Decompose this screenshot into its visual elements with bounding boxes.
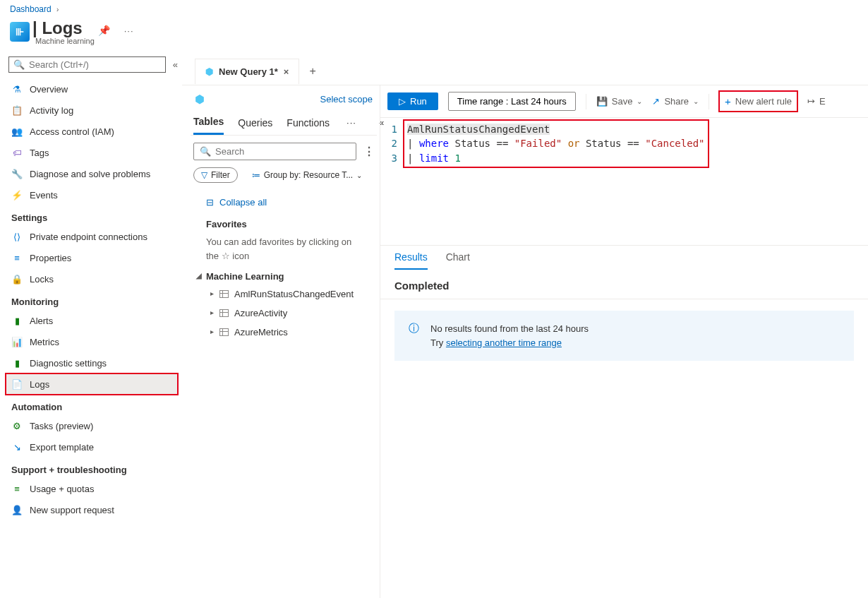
- list-icon: 📋: [11, 104, 23, 116]
- export-icon: ↘: [11, 441, 23, 453]
- chevron-down-icon: ⌄: [637, 97, 642, 105]
- wrench-icon: 🔧: [11, 168, 23, 179]
- usage-icon: ≡: [11, 483, 23, 494]
- tab-tables[interactable]: Tables: [193, 116, 224, 135]
- run-button[interactable]: ▷Run: [387, 92, 438, 110]
- nav-events[interactable]: ⚡Events: [6, 184, 178, 205]
- code-token: AmlRunStatusChangedEvent: [407, 124, 550, 135]
- collapse-sidebar-icon[interactable]: «: [173, 59, 178, 70]
- export-button[interactable]: ↦E: [807, 96, 826, 107]
- save-icon: 💾: [596, 96, 608, 107]
- query-tabs: ⬢ New Query 1* × +: [182, 58, 868, 85]
- favorites-text: You can add favorites by clicking on the…: [193, 232, 374, 265]
- breadcrumb: Dashboard ›: [0, 0, 868, 16]
- list-icon: ≔: [252, 170, 260, 180]
- group-machine-learning[interactable]: ◢Machine Learning: [193, 265, 374, 285]
- nav-overview[interactable]: ⚗Overview: [6, 78, 178, 100]
- favorites-heading: Favorites: [193, 212, 374, 232]
- table-item-aml[interactable]: ▸AmlRunStatusChangedEvent: [193, 285, 374, 304]
- filter-icon: ▽: [201, 170, 207, 180]
- table-item-azureactivity[interactable]: ▸AzureActivity: [193, 304, 374, 323]
- bolt-icon: ⚡: [11, 189, 23, 201]
- nav-usage[interactable]: ≡Usage + quotas: [6, 478, 178, 499]
- share-button[interactable]: ↗Share⌄: [652, 96, 699, 107]
- code-editor[interactable]: 123 AmlRunStatusChangedEvent | where Sta…: [380, 118, 868, 245]
- nav-tasks[interactable]: ⚙Tasks (preview): [6, 415, 178, 436]
- select-time-range-link[interactable]: selecting another time range: [446, 337, 562, 348]
- nav-alerts[interactable]: ▮Alerts: [6, 310, 178, 331]
- plus-icon: +: [725, 95, 731, 107]
- caret-icon: ◢: [196, 272, 202, 280]
- chevron-right-icon: ▸: [210, 328, 214, 335]
- query-tab-1[interactable]: ⬢ New Query 1* ×: [195, 59, 299, 84]
- sidebar-search[interactable]: 🔍: [8, 56, 166, 73]
- tag-icon: 🏷: [11, 147, 23, 158]
- table-icon: [219, 309, 229, 317]
- alerts-icon: ▮: [11, 315, 23, 326]
- tables-search[interactable]: 🔍: [193, 143, 356, 160]
- close-tab-icon[interactable]: ×: [284, 66, 289, 77]
- time-range-button[interactable]: Time range : Last 24 hours: [448, 92, 576, 111]
- completed-label: Completed: [380, 270, 868, 299]
- play-icon: ▷: [399, 96, 406, 107]
- add-tab-button[interactable]: +: [299, 58, 325, 85]
- cube-icon-scope: ⬢: [195, 92, 205, 106]
- flask-icon: ⚗: [11, 83, 23, 95]
- table-item-azuremetrics[interactable]: ▸AzureMetrics: [193, 323, 374, 342]
- page-subtitle: Machine learning: [35, 37, 134, 45]
- nav-export[interactable]: ↘Export template: [6, 436, 178, 458]
- vertical-more-icon[interactable]: ⋮: [363, 145, 374, 158]
- gutter: 123: [380, 122, 403, 241]
- section-settings: Settings: [6, 205, 178, 226]
- chevron-down-icon: ⌄: [356, 172, 362, 179]
- people-icon: 👥: [11, 126, 23, 137]
- tabs-more-icon[interactable]: ···: [344, 117, 359, 133]
- divider: [709, 94, 709, 109]
- nav-tags[interactable]: 🏷Tags: [6, 142, 178, 163]
- no-results-banner: ⓘ No results found from the last 24 hour…: [394, 311, 854, 361]
- nav-new-support[interactable]: 👤New support request: [6, 499, 178, 520]
- select-scope-link[interactable]: Select scope: [320, 94, 373, 104]
- sidebar-search-input[interactable]: [29, 59, 161, 70]
- table-icon: [219, 290, 229, 298]
- cube-icon: ⬢: [205, 66, 213, 77]
- query-toolbar: ▷Run Time range : Last 24 hours 💾Save⌄ ↗…: [380, 85, 868, 118]
- more-icon[interactable]: ···: [124, 25, 134, 36]
- search-icon: 🔍: [13, 59, 25, 70]
- nav-iam[interactable]: 👥Access control (IAM): [6, 121, 178, 142]
- page-title: | Logs: [32, 18, 83, 38]
- nav-logs[interactable]: 📄Logs: [6, 373, 178, 395]
- new-alert-rule-button[interactable]: +New alert rule: [719, 91, 797, 112]
- tab-functions[interactable]: Functions: [287, 117, 330, 134]
- nav-activity-log[interactable]: 📋Activity log: [6, 100, 178, 121]
- results-tab-chart[interactable]: Chart: [446, 251, 470, 270]
- results-tab-results[interactable]: Results: [394, 251, 428, 270]
- group-by-dropdown[interactable]: ≔Group by: Resource T...⌄: [245, 168, 370, 182]
- tables-search-input[interactable]: [215, 146, 350, 157]
- chevron-right-icon: ▸: [210, 289, 214, 297]
- tables-panel: ⬢ Select scope Tables Queries Functions …: [182, 85, 380, 598]
- nav-locks[interactable]: 🔒Locks: [6, 268, 178, 289]
- query-panel: ▷Run Time range : Last 24 hours 💾Save⌄ ↗…: [380, 85, 868, 598]
- section-monitoring: Monitoring: [6, 289, 178, 310]
- pin-icon[interactable]: 📌: [98, 25, 110, 36]
- nav-metrics[interactable]: 📊Metrics: [6, 331, 178, 352]
- support-icon: 👤: [11, 504, 23, 515]
- nav-diagnose[interactable]: 🔧Diagnose and solve problems: [6, 163, 178, 184]
- save-button[interactable]: 💾Save⌄: [596, 96, 643, 107]
- filter-pill[interactable]: ▽Filter: [193, 167, 238, 183]
- chevron-down-icon: ⌄: [693, 97, 699, 105]
- export-icon: ↦: [807, 96, 815, 107]
- collapse-all-link[interactable]: ⊟Collapse all: [193, 193, 374, 212]
- nav-diag-settings[interactable]: ▮Diagnostic settings: [6, 352, 178, 373]
- nav-properties[interactable]: ≡Properties: [6, 247, 178, 268]
- resource-icon: ⊪: [10, 22, 30, 42]
- page-header: ⊪ | Logs 📌 ··· Machine learning: [0, 16, 868, 55]
- breadcrumb-dashboard[interactable]: Dashboard: [10, 4, 52, 14]
- tab-queries[interactable]: Queries: [238, 117, 272, 134]
- table-icon: [219, 328, 229, 336]
- section-automation: Automation: [6, 395, 178, 415]
- divider: [586, 94, 586, 109]
- nav-pep[interactable]: ⟨⟩Private endpoint connections: [6, 226, 178, 247]
- search-icon: 🔍: [200, 146, 211, 157]
